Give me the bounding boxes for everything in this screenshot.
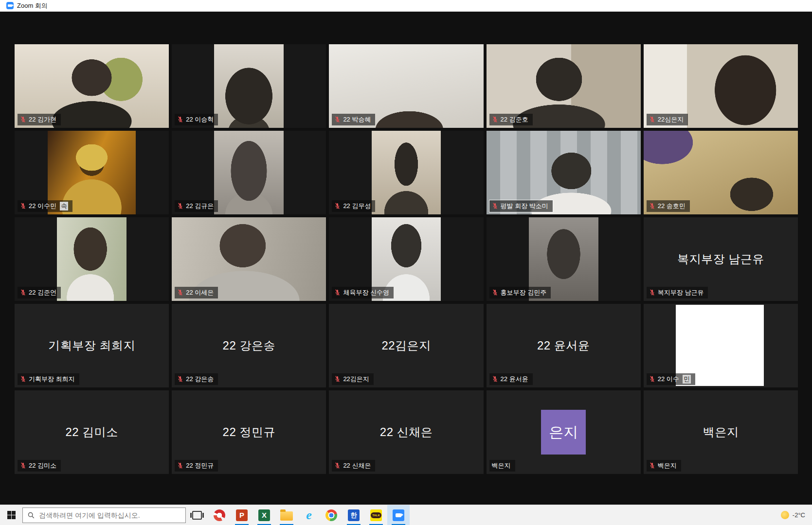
mic-muted-icon: [177, 289, 183, 296]
participant-tile[interactable]: 22 강은송22 강은송: [172, 304, 326, 387]
video-feed: [214, 131, 284, 214]
participant-tile[interactable]: 22 이수민: [644, 304, 798, 387]
taskbar-search[interactable]: [22, 508, 186, 523]
zoom-camera-icon: [6, 2, 14, 9]
participant-name: 22 박승혜: [343, 115, 371, 124]
mic-muted-icon: [492, 289, 498, 296]
participant-tile[interactable]: 22김은지22김은지: [329, 304, 483, 387]
mic-muted-icon: [334, 462, 341, 469]
mic-muted-icon: [649, 376, 655, 383]
mic-muted-icon: [20, 376, 26, 383]
participant-tile[interactable]: 22 김가현: [15, 44, 169, 128]
taskbar-app-chrome[interactable]: [320, 505, 343, 525]
participant-name-label: 기획부장 최희지: [18, 373, 79, 385]
participant-tile[interactable]: 22 김규은: [172, 131, 326, 214]
participant-tile[interactable]: 복지부장 남근유복지부장 남근유: [644, 217, 798, 301]
start-button[interactable]: [0, 505, 22, 525]
internet-explorer-icon: e: [306, 509, 312, 522]
participant-tile[interactable]: 22 김미소22 김미소: [15, 390, 169, 474]
mic-muted-icon: [20, 203, 26, 210]
participant-tile[interactable]: 22 윤서윤22 윤서윤: [487, 304, 641, 387]
participant-tile[interactable]: 22 이수민속: [15, 131, 169, 214]
taskbar-app-media[interactable]: [208, 505, 231, 525]
taskbar-app-internet-explorer[interactable]: e: [298, 505, 320, 525]
participant-tile[interactable]: 22 김준언: [15, 217, 169, 301]
participant-name-label: 22 김무성: [332, 200, 375, 212]
participant-name: 22 김규은: [186, 202, 214, 210]
participant-name: 22 송호민: [658, 202, 686, 210]
task-view-button[interactable]: [186, 505, 208, 525]
taskbar-app-hangul[interactable]: 한: [343, 505, 365, 525]
meeting-stage: 22 김가현22 이승혁22 박승혜22 김준호22심은지22 이수민속22 김…: [0, 12, 812, 505]
participant-tile[interactable]: 22 정민규22 정민규: [172, 390, 326, 474]
hangul-office-icon: 한: [348, 509, 360, 521]
participant-name: 22 신채은: [343, 461, 371, 470]
participant-grid: 22 김가현22 이승혁22 박승혜22 김준호22심은지22 이수민속22 김…: [15, 44, 798, 474]
participant-name: 22 김무성: [343, 202, 371, 210]
participant-tile[interactable]: 평발 회장 박소미: [487, 131, 641, 214]
participant-name-label: 체육부장 신수영: [332, 287, 394, 298]
video-feed: [57, 217, 126, 301]
mic-muted-icon: [334, 376, 341, 383]
taskbar-app-excel[interactable]: X: [253, 505, 275, 525]
taskbar-app-powerpoint[interactable]: P: [231, 505, 253, 525]
taskbar-app-kakaotalk[interactable]: TALK: [365, 505, 387, 525]
participant-tile[interactable]: 홍보부장 김민주: [487, 217, 641, 301]
participant-tile[interactable]: 은지백은지: [487, 390, 641, 474]
taskbar-app-zoom[interactable]: [387, 505, 410, 525]
media-app-icon: [214, 509, 225, 521]
participant-name-label: 22 이수민속: [18, 200, 72, 212]
task-view-icon: [192, 511, 202, 520]
participant-name: 22 김준호: [501, 115, 528, 124]
participant-name-label: 22 송호민: [647, 200, 690, 212]
participant-tile[interactable]: 기획부장 최희지기획부장 최희지: [15, 304, 169, 387]
search-icon: [28, 512, 35, 519]
participant-tile[interactable]: 체육부장 신수영: [329, 217, 483, 301]
search-input[interactable]: [39, 511, 180, 519]
participant-name-label: 22심은지: [647, 114, 688, 125]
participant-tile[interactable]: 22 김무성: [329, 131, 483, 214]
mic-muted-icon: [649, 203, 655, 210]
window-title: Zoom 회의: [17, 1, 48, 10]
weather-temperature: -2°C: [793, 511, 805, 519]
participant-name-label: 22 김준언: [18, 287, 61, 298]
participant-name-suffix: 민: [683, 375, 691, 384]
participant-name: 22 이수민: [29, 202, 56, 210]
participant-name-label: 22 이수민: [647, 373, 695, 385]
participant-name: 평발 회장 박소미: [501, 202, 548, 210]
taskbar-weather[interactable]: -2°C: [781, 511, 812, 519]
participant-name-label: 22김은지: [332, 373, 373, 385]
participant-name-label: 22 이승혁: [175, 114, 218, 125]
participant-name: 22 김가현: [29, 115, 56, 124]
participant-tile[interactable]: 22 박승혜: [329, 44, 483, 128]
participant-name-label: 22 이세은: [175, 287, 218, 298]
participant-tile[interactable]: 22 이세은: [172, 217, 326, 301]
participant-tile[interactable]: 22 이승혁: [172, 44, 326, 128]
participant-tile[interactable]: 22 송호민: [644, 131, 798, 214]
mic-muted-icon: [334, 203, 341, 210]
participant-tile[interactable]: 22 신채은22 신채은: [329, 390, 483, 474]
participant-name: 22 김미소: [29, 461, 56, 470]
participant-name-label: 22 김규은: [175, 200, 218, 212]
participant-name: 22김은지: [343, 375, 369, 384]
window-titlebar: Zoom 회의: [0, 0, 812, 12]
mic-muted-icon: [649, 289, 655, 296]
participant-name: 22심은지: [658, 115, 684, 124]
participant-name-label: 22 윤서윤: [489, 373, 533, 385]
participant-name-label: 백은지: [489, 460, 515, 472]
video-feed: [372, 131, 441, 214]
participant-tile[interactable]: 백은지백은지: [644, 390, 798, 474]
chrome-icon: [325, 509, 337, 521]
file-explorer-icon: [280, 511, 293, 521]
taskbar-app-file-explorer[interactable]: [275, 505, 298, 525]
participant-tile[interactable]: 22 김준호: [487, 44, 641, 128]
mic-muted-icon: [334, 289, 341, 296]
mic-muted-icon: [334, 116, 341, 123]
participant-name-label: 백은지: [647, 460, 681, 472]
zoom-app-icon: [393, 509, 404, 521]
participant-name-label: 22 정민규: [175, 460, 218, 472]
mic-muted-icon: [177, 203, 183, 210]
participant-tile[interactable]: 22심은지: [644, 44, 798, 128]
participant-name: 22 강은송: [186, 375, 214, 384]
participant-name: 복지부장 남근유: [658, 288, 704, 297]
